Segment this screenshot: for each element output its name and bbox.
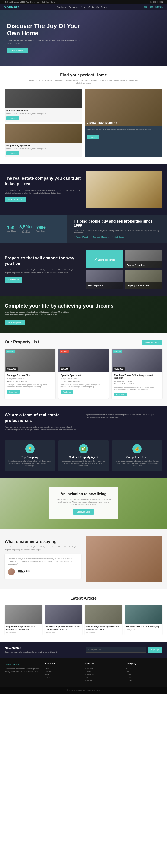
footer-about-link-1[interactable]: Home — [45, 667, 82, 669]
plc-baths-2: 2 Bath — [67, 380, 72, 382]
footer-company-link-2[interactable]: Blog — [126, 670, 162, 672]
nav-phone: (+61) 999-400-012 — [148, 1, 164, 3]
services-description: Lorem ipsum consecutur adipiscing lorem … — [5, 269, 81, 274]
footer-about-link-3[interactable]: Work — [45, 673, 82, 675]
service-card-selling[interactable]: ↗ Selling Properties — [86, 250, 123, 268]
footer-findus-link-3[interactable]: Instagram — [85, 673, 122, 675]
invitation-title: An invitation to new living — [56, 492, 111, 496]
team-card-2: ✅ Certified Property Agent Lorem ipsum c… — [58, 440, 109, 471]
dream-cta-button[interactable]: Find Property — [5, 319, 25, 325]
property-card-2-title: Marpols City Apartment — [6, 145, 81, 147]
trust-cta-button[interactable]: More About Us — [5, 197, 26, 203]
trust-image-inner — [86, 171, 162, 208]
trust-title: The real estate company you can trust to… — [5, 176, 81, 187]
hero-description: Lorem ipsum consecutur adipiscing lorem … — [7, 39, 81, 45]
invitation-description: Lorem ipsum consecutur adipiscing lorem … — [56, 498, 111, 506]
footer-findus-link-5[interactable]: LinkedIn — [85, 679, 122, 681]
team-card-title-1: Top Company — [8, 456, 51, 459]
service-card-consultation[interactable]: Property Consultation — [125, 270, 162, 288]
team-card-1: 🏆 Top Company Lorem ipsum consecutur adi… — [5, 440, 55, 471]
testimonials-right-image — [86, 536, 162, 582]
plc-location-3: Jl. Raya Kota, Sumatra 5 — [114, 380, 160, 382]
plc-price-1: $150,000 — [6, 367, 18, 371]
hero-title: Discover The Joy Of Your Own Home — [7, 23, 81, 37]
plc-desc-3: Lorem ipsum consecutur adipiscing lorem … — [114, 386, 160, 391]
nav-link-pages[interactable]: Pages — [101, 6, 107, 8]
nav-logo[interactable]: residenza — [4, 5, 20, 9]
service-selling-label: Selling Properties — [98, 259, 115, 261]
footer-findus-link-2[interactable]: Twitter — [85, 670, 122, 672]
article-card-2[interactable]: What Is a Corporate Apartment? Short-Ter… — [45, 606, 83, 634]
footer-findus-link-4[interactable]: Youtube — [85, 676, 122, 678]
team-cards: 🏆 Top Company Lorem ipsum consecutur adi… — [5, 440, 162, 471]
property-featured-info: Lorem ipsum consecutur adipiscing lorem … — [85, 126, 162, 141]
hero-cta-button[interactable]: Discover More — [7, 48, 28, 54]
article-card-3[interactable]: How to Design an Unforgettable Guest Roo… — [85, 606, 122, 634]
plc-desc-2: Lorem ipsum consecutur adipiscing lorem … — [60, 383, 107, 388]
team-icon-2: ✅ — [79, 444, 88, 454]
footer-logo[interactable]: residenza — [5, 662, 41, 666]
testimonials-author-info: Hillory Grace Customer — [17, 570, 30, 574]
plc-info-1: Balanga Garden City Jl. Raya Kota, Sumat… — [5, 372, 55, 396]
property-list-section: Our Property List More Property For Sale… — [0, 333, 167, 406]
service-buying-label: Buying Properties — [127, 264, 145, 266]
services-section: Properties that will change the way you … — [0, 243, 167, 296]
articles-grid: Why a Home Scope Inspection Is Essential… — [5, 606, 162, 634]
property-featured: Cisoka Titan Building Lorem ipsum consec… — [85, 89, 162, 157]
footer-about-link-2[interactable]: Features — [45, 670, 82, 672]
plc-price-2: $15,000 — [60, 367, 70, 371]
plc-area-2: 2,450 Sqft — [73, 380, 81, 382]
newsletter-signup-button[interactable]: Sign Up — [147, 647, 162, 653]
footer-findus-link-1[interactable]: Facebook — [85, 667, 122, 669]
nav-link-properties[interactable]: Properties — [69, 6, 78, 8]
more-property-button[interactable]: More Property — [142, 340, 162, 345]
top-bar: info@residenza.com | 123 Real Street | M… — [0, 0, 167, 4]
property-card-1-cta[interactable]: Read More — [6, 117, 19, 120]
prop-list-card-2: For Rent $15,000 Ophelia Apartment Jl. R… — [58, 349, 109, 399]
testimonials-avatar — [8, 568, 15, 575]
article-title-3: How to Design an Unforgettable Guest Roo… — [86, 625, 121, 630]
footer-company-link-3[interactable]: Pricing — [126, 673, 162, 675]
article-meta-1: Jan 12, 2024 — [6, 631, 41, 633]
footer-about-link-4[interactable]: Latest — [45, 676, 82, 678]
plc-desc-1: Lorem ipsum consecutur adipiscing lorem … — [7, 383, 53, 388]
stats-text: Helping people buy and sell properties s… — [67, 215, 167, 243]
team-card-desc-3: Lorem ipsum consecutur adipiscing lorem … — [116, 460, 159, 467]
newsletter-email-input[interactable] — [86, 647, 146, 653]
articles-section: Latest Article Why a Home Scope Inspecti… — [0, 589, 167, 642]
team-icon-3: 💰 — [133, 444, 142, 454]
plc-cta-1[interactable]: Read More — [7, 390, 20, 394]
nav-link-contact[interactable]: Contact Us — [88, 6, 99, 8]
stat-label-2: Project Completed — [20, 229, 32, 233]
plc-cta-2[interactable]: Read More — [60, 390, 73, 394]
stat-item-3: 769+ Agent Support — [35, 225, 47, 232]
dream-title: Complete your life by achieving your dre… — [5, 303, 113, 309]
footer-company-link-4[interactable]: Careers — [126, 676, 162, 678]
services-cta-button[interactable]: Contact Us — [5, 277, 23, 283]
property-featured-cta[interactable]: Read More — [86, 135, 99, 139]
team-layout: We are a team of real estate professiona… — [5, 412, 162, 436]
nav-link-apartment[interactable]: Apartment — [57, 6, 66, 8]
footer-about-list: Home Features Work Latest — [45, 667, 82, 678]
service-card-renting[interactable]: Rent Properties — [86, 270, 123, 288]
footer-company-link-1[interactable]: About — [126, 667, 162, 669]
nav-link-agent[interactable]: Agent — [81, 6, 86, 8]
stats-badges: Trusted Agent Top Listed Property 24/7 S… — [74, 236, 160, 238]
article-meta-4: Jan 5, 2024 — [127, 629, 161, 631]
plc-features-2: 3 Beds 2 Bath 2,450 Sqft — [60, 380, 107, 382]
footer-description: Lorem ipsum consecutur adipiscing lorem … — [5, 668, 41, 673]
property-card-2-cta[interactable]: Read More — [6, 151, 19, 155]
service-card-buying[interactable]: Buying Properties — [125, 250, 162, 268]
newsletter-description: Signup our newsletter to get update info… — [5, 651, 81, 653]
article-card-1[interactable]: Why a Home Scope Inspection Is Essential… — [5, 606, 43, 634]
nav-phone-right: (+61) 999-400-012 — [144, 6, 163, 8]
plc-title-3: The Twin Tower Office & Apartment Buildi… — [114, 374, 160, 379]
dream-content: Complete your life by achieving your dre… — [5, 303, 113, 325]
article-title-1: Why a Home Scope Inspection Is Essential… — [6, 625, 41, 630]
article-card-4[interactable]: Our Guide to First-Time Homebuying Jan 5… — [125, 606, 163, 634]
invitation-cta-button[interactable]: Discover More — [73, 509, 94, 515]
plc-cta-3[interactable]: Read More — [114, 393, 127, 396]
property-list-title: Our Property List — [5, 340, 39, 345]
footer-company-link-5[interactable]: Contact — [126, 679, 162, 681]
trust-right — [86, 171, 162, 208]
